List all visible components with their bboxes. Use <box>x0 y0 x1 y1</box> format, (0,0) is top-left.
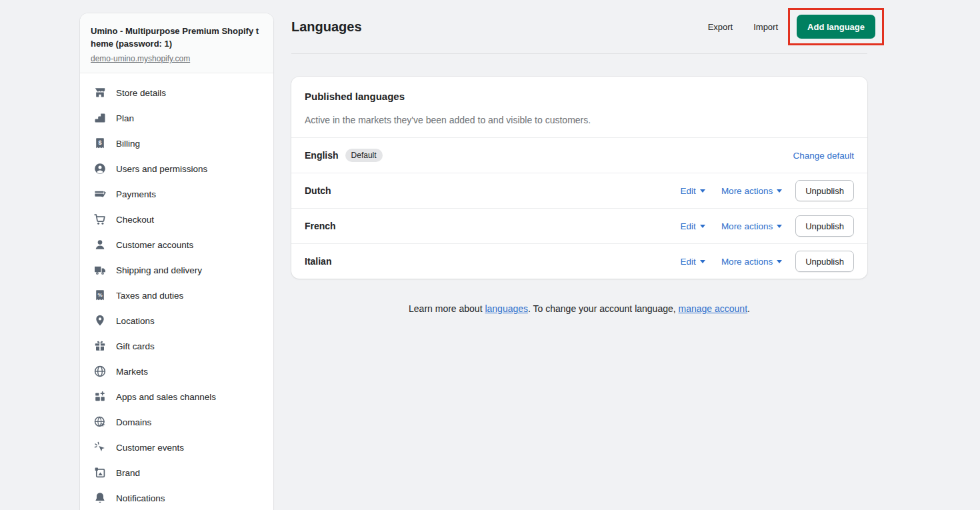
annotation-highlight-box: Add language <box>788 8 884 45</box>
unpublish-button[interactable]: Unpublish <box>795 180 854 201</box>
payments-icon <box>93 187 107 201</box>
store-info-header: Umino - Multipurpose Premium Shopify the… <box>80 13 273 73</box>
card-header: Published languages Active in the market… <box>291 77 867 137</box>
notifications-bell-icon <box>93 491 107 505</box>
page-header: Languages Export Import Add language <box>291 0 867 54</box>
footer-text: Learn more about <box>409 303 485 314</box>
sidebar-item-plan[interactable]: Plan <box>80 105 273 131</box>
sidebar-item-label: Brand <box>116 468 140 478</box>
sidebar-item-taxes-duties[interactable]: % Taxes and duties <box>80 283 273 308</box>
row-actions: Edit More actions Unpublish <box>681 215 854 237</box>
sidebar-item-label: Domains <box>116 417 151 427</box>
sidebar-item-users-permissions[interactable]: Users and permissions <box>80 156 273 181</box>
sidebar-item-shipping-delivery[interactable]: Shipping and delivery <box>80 257 273 283</box>
add-language-button[interactable]: Add language <box>797 15 875 39</box>
edit-dropdown[interactable]: Edit <box>681 257 705 267</box>
language-row-french: French Edit More actions Unpublish <box>291 208 867 243</box>
export-button[interactable]: Export <box>708 22 733 32</box>
sidebar-item-locations[interactable]: Locations <box>80 308 273 333</box>
sidebar-item-label: Markets <box>116 367 148 377</box>
sidebar-item-label: Billing <box>116 139 140 149</box>
edit-dropdown[interactable]: Edit <box>681 221 705 231</box>
taxes-icon: % <box>93 289 107 302</box>
language-name: French <box>305 221 336 231</box>
chevron-down-icon <box>700 260 705 263</box>
page-title: Languages <box>291 19 362 35</box>
sidebar-item-store-details[interactable]: Store details <box>80 80 273 105</box>
footer-note: Learn more about languages. To change yo… <box>291 303 867 314</box>
checkout-cart-icon <box>93 213 107 226</box>
chevron-down-icon <box>777 260 782 263</box>
row-actions: Change default <box>793 151 854 161</box>
sidebar-item-label: Payments <box>116 189 156 199</box>
sidebar-item-notifications[interactable]: Notifications <box>80 485 273 510</box>
sidebar-item-billing[interactable]: $ Billing <box>80 131 273 156</box>
change-default-link[interactable]: Change default <box>793 151 854 161</box>
chevron-down-icon <box>777 189 782 193</box>
sidebar-item-label: Checkout <box>116 215 154 225</box>
card-description: Active in the markets they've been added… <box>305 115 854 125</box>
language-row-italian: Italian Edit More actions Unpublish <box>291 243 867 279</box>
sidebar-item-customer-events[interactable]: Customer events <box>80 435 273 460</box>
sidebar-item-markets[interactable]: Markets <box>80 359 273 384</box>
sidebar-item-label: Customer events <box>116 443 184 453</box>
sidebar-item-label: Gift cards <box>116 341 155 351</box>
unpublish-button[interactable]: Unpublish <box>795 251 854 272</box>
card-title: Published languages <box>305 91 854 102</box>
billing-icon: $ <box>93 137 107 150</box>
store-name: Umino - Multipurpose Premium Shopify the… <box>91 25 263 50</box>
more-actions-dropdown[interactable]: More actions <box>721 186 782 196</box>
languages-help-link[interactable]: languages <box>485 303 528 314</box>
sidebar-item-gift-cards[interactable]: Gift cards <box>80 333 273 359</box>
brand-icon <box>93 466 107 479</box>
sidebar-item-domains[interactable]: Domains <box>80 409 273 435</box>
language-name: English <box>305 150 339 161</box>
sidebar-item-label: Notifications <box>116 493 165 503</box>
edit-dropdown[interactable]: Edit <box>681 186 705 196</box>
unpublish-button[interactable]: Unpublish <box>795 215 854 237</box>
footer-text: . <box>747 303 750 314</box>
apps-icon <box>93 390 107 403</box>
sidebar-item-apps-sales-channels[interactable]: Apps and sales channels <box>80 384 273 409</box>
svg-text:$: $ <box>98 139 101 146</box>
store-domain-link[interactable]: demo-umino.myshopify.com <box>91 54 190 63</box>
sidebar-item-label: Users and permissions <box>116 164 207 174</box>
settings-sidebar: Umino - Multipurpose Premium Shopify the… <box>80 13 273 510</box>
sidebar-item-customer-accounts[interactable]: Customer accounts <box>80 232 273 257</box>
manage-account-link[interactable]: manage account <box>679 303 748 314</box>
sidebar-item-checkout[interactable]: Checkout <box>80 207 273 232</box>
sidebar-item-label: Taxes and duties <box>116 291 183 301</box>
sidebar-item-payments[interactable]: Payments <box>80 181 273 207</box>
storefront-icon <box>93 86 107 99</box>
chevron-down-icon <box>777 225 782 228</box>
sidebar-item-brand[interactable]: Brand <box>80 460 273 485</box>
language-name: Italian <box>305 256 331 267</box>
chevron-down-icon <box>700 189 705 193</box>
header-actions: Export Import Add language <box>708 8 867 45</box>
row-actions: Edit More actions Unpublish <box>681 251 854 272</box>
language-row-english: English Default Change default <box>291 137 867 173</box>
settings-nav: Store details Plan $ Billing Users and p… <box>80 73 273 510</box>
users-icon <box>93 162 107 175</box>
plan-icon <box>93 111 107 125</box>
language-name: Dutch <box>305 185 331 196</box>
markets-globe-icon <box>93 365 107 378</box>
chevron-down-icon <box>700 225 705 228</box>
locations-pin-icon <box>93 314 107 327</box>
more-actions-dropdown[interactable]: More actions <box>721 221 782 231</box>
more-actions-dropdown[interactable]: More actions <box>721 257 782 267</box>
published-languages-card: Published languages Active in the market… <box>291 77 867 279</box>
sidebar-item-label: Locations <box>116 316 155 326</box>
sidebar-item-label: Store details <box>116 88 166 98</box>
gift-card-icon <box>93 339 107 353</box>
svg-text:%: % <box>97 292 102 298</box>
languages-settings-main: Languages Export Import Add language Pub… <box>291 0 867 314</box>
sidebar-item-label: Plan <box>116 113 134 123</box>
sidebar-item-label: Customer accounts <box>116 240 193 250</box>
sidebar-item-label: Apps and sales channels <box>116 392 216 402</box>
footer-text: . To change your account language, <box>528 303 678 314</box>
shipping-truck-icon <box>93 263 107 277</box>
row-actions: Edit More actions Unpublish <box>681 180 854 201</box>
import-button[interactable]: Import <box>753 22 778 32</box>
sidebar-item-label: Shipping and delivery <box>116 265 202 275</box>
